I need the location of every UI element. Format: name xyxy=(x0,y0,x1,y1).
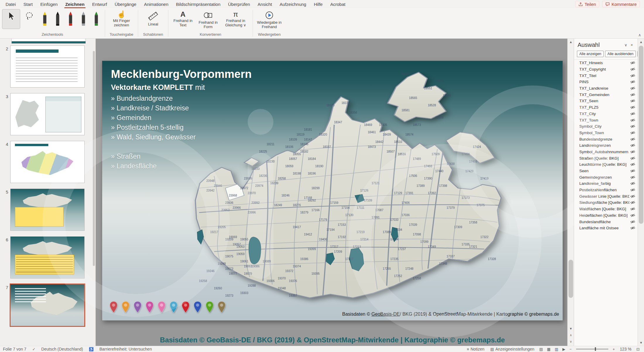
zoom-slider[interactable] xyxy=(576,349,608,349)
slide[interactable]: 18556 18551 18565 18546 18528 18581 1858… xyxy=(102,61,563,320)
ribbon-tab[interactable]: Aufzeichnung xyxy=(276,0,310,8)
eye-slash-icon[interactable] xyxy=(629,99,635,103)
pen-button[interactable] xyxy=(90,9,102,29)
ruler-button[interactable]: Lineal xyxy=(141,9,166,29)
thumbnail-slide1-partial[interactable] xyxy=(12,39,85,43)
slide-thumbnail[interactable]: 5 xyxy=(0,189,95,230)
selection-item[interactable]: TXT_Hinweis xyxy=(574,60,638,66)
zoom-slider-thumb[interactable] xyxy=(595,347,596,351)
selection-item[interactable]: Siedlungsfläche [Quelle: BKG] xyxy=(574,199,638,206)
ribbon-tab[interactable]: Entwurf xyxy=(88,0,111,8)
show-all-button[interactable]: Alle anzeigen xyxy=(577,51,604,57)
selection-item[interactable]: TXT_Seen xyxy=(574,98,638,104)
ribbon-tab[interactable]: Übergänge xyxy=(111,0,140,8)
comments-button[interactable]: Kommentare xyxy=(602,1,640,7)
scroll-down-icon[interactable]: ▼ xyxy=(568,325,574,332)
scrollbar-thumb[interactable] xyxy=(568,260,573,298)
eye-slash-icon[interactable] xyxy=(629,163,635,166)
pen-button[interactable] xyxy=(77,9,90,29)
eye-slash-icon[interactable] xyxy=(629,201,635,204)
collapse-ribbon-icon[interactable]: ∧ xyxy=(638,33,641,37)
selection-item[interactable]: Symbol_City xyxy=(574,123,638,130)
eye-slash-icon[interactable] xyxy=(629,137,635,141)
hide-all-button[interactable]: Alle ausblenden xyxy=(605,51,636,57)
eye-slash-icon[interactable] xyxy=(629,112,635,116)
slideshow-view-icon[interactable]: ▶ xyxy=(560,347,567,351)
normal-view-icon[interactable]: ▤ xyxy=(537,347,545,351)
selection-item[interactable]: Postleitzahlenflächen xyxy=(574,187,638,193)
fit-to-window-icon[interactable]: ⊡ xyxy=(634,347,642,351)
eye-slash-icon[interactable] xyxy=(629,124,635,128)
slide-thumbnail[interactable]: 6 xyxy=(0,237,95,278)
eye-slash-icon[interactable] xyxy=(629,131,635,135)
ink-to-text-button[interactable]: A Freihand in Text xyxy=(171,9,195,29)
selection-item[interactable]: Bundeslandgrenze xyxy=(574,136,638,142)
selection-item[interactable]: TXT_Titel xyxy=(574,72,638,79)
slide-thumbnail[interactable]: 2 xyxy=(0,46,95,87)
eye-slash-icon[interactable] xyxy=(629,188,635,192)
zoom-level[interactable]: 123 % xyxy=(617,346,634,352)
share-button[interactable]: Teilen xyxy=(575,1,599,7)
accessibility-status[interactable]: Barrierefreiheit: Untersuchen xyxy=(97,346,155,352)
ribbon-tab[interactable]: Ansicht xyxy=(254,0,276,8)
draw-with-finger-button[interactable]: ☝ Mit Finger zeichnen xyxy=(107,9,136,29)
scroll-up-icon[interactable]: ▲ xyxy=(638,39,644,45)
next-slide-icon[interactable]: ∨ xyxy=(568,338,574,345)
selection-item[interactable]: TXT_City xyxy=(574,111,638,117)
selection-item[interactable]: Leuchttürme [Quelle: BKG] xyxy=(574,161,638,168)
slide-thumbnail[interactable]: 3 xyxy=(0,93,95,135)
proofing-icon[interactable]: ✓ xyxy=(29,346,38,352)
eye-slash-icon[interactable] xyxy=(629,61,635,65)
eye-slash-icon[interactable] xyxy=(629,86,635,90)
selection-item[interactable]: Landfläche mit Ostsee xyxy=(574,225,638,231)
eye-slash-icon[interactable] xyxy=(629,175,635,179)
eye-slash-icon[interactable] xyxy=(629,156,635,160)
slide-counter[interactable]: Folie 7 von 7 xyxy=(0,346,29,352)
selection-item[interactable]: TXT_Town xyxy=(574,117,638,123)
selection-item[interactable]: Heideflächen [Quelle: BKG] xyxy=(574,212,638,219)
selection-item[interactable]: Symbol_Autobahnnummern xyxy=(574,149,638,155)
lasso-select-button[interactable] xyxy=(20,9,38,29)
ribbon-tab[interactable]: Hilfe xyxy=(310,0,326,8)
language-indicator[interactable]: Deutsch (Deutschland) xyxy=(38,346,86,352)
notes-toggle[interactable]: ≡Notizen xyxy=(464,346,487,352)
ink-to-math-button[interactable]: π Freihand in Gleichung ∨ xyxy=(221,9,250,29)
pane-scrollbar[interactable]: ▲ ▼ xyxy=(638,39,644,346)
ribbon-tab[interactable]: Animationen xyxy=(140,0,172,8)
ribbon-tab[interactable]: Acrobat xyxy=(326,0,349,8)
selection-item[interactable]: Straßen [Quelle: BKG] xyxy=(574,155,638,161)
reading-view-icon[interactable]: ▥ xyxy=(553,347,560,351)
eye-slash-icon[interactable] xyxy=(629,207,635,211)
ribbon-tab[interactable]: Start xyxy=(20,0,37,8)
slide-sorter-view-icon[interactable]: ▦ xyxy=(545,347,553,351)
pen-button[interactable] xyxy=(52,9,64,29)
selection-item[interactable]: TXT_PLZ5 xyxy=(574,104,638,111)
selection-item[interactable]: TXT_Gemeinden xyxy=(574,91,638,98)
eye-slash-icon[interactable] xyxy=(629,143,635,147)
ribbon-tab[interactable]: Einfügen xyxy=(37,0,61,8)
eye-slash-icon[interactable] xyxy=(629,182,635,185)
pen-button[interactable] xyxy=(39,9,51,29)
selection-item[interactable]: PINS xyxy=(574,79,638,85)
ribbon-tab[interactable]: Datei xyxy=(2,0,20,8)
ink-replay-button[interactable]: Wiedergabe in Freihand xyxy=(255,9,283,29)
pane-close-icon[interactable]: × xyxy=(629,43,635,47)
eye-slash-icon[interactable] xyxy=(629,105,635,109)
zoom-out-icon[interactable]: − xyxy=(567,347,574,351)
select-tool-button[interactable] xyxy=(2,9,20,29)
pane-options-chevron-icon[interactable]: ∨ xyxy=(623,43,629,47)
selection-item[interactable]: Landkreise_farbig xyxy=(574,180,638,187)
ink-to-shape-button[interactable]: Freihand in Form xyxy=(196,9,220,29)
eye-slash-icon[interactable] xyxy=(629,67,635,71)
eye-slash-icon[interactable] xyxy=(629,194,635,198)
zoom-in-icon[interactable]: + xyxy=(611,347,617,351)
scroll-up-icon[interactable]: ▲ xyxy=(568,39,574,45)
selection-item[interactable]: Bundeslandfläche xyxy=(574,218,638,225)
ribbon-tab[interactable]: Bildschirmpräsentation xyxy=(172,0,224,8)
previous-slide-icon[interactable]: ∧ xyxy=(568,332,574,338)
selection-item[interactable]: Symbol_Town xyxy=(574,130,638,136)
selection-item[interactable]: Gemeindegrenzen xyxy=(574,174,638,180)
selection-item[interactable]: TXT_Copyright xyxy=(574,66,638,73)
eye-slash-icon[interactable] xyxy=(629,80,635,84)
eye-slash-icon[interactable] xyxy=(629,93,635,97)
